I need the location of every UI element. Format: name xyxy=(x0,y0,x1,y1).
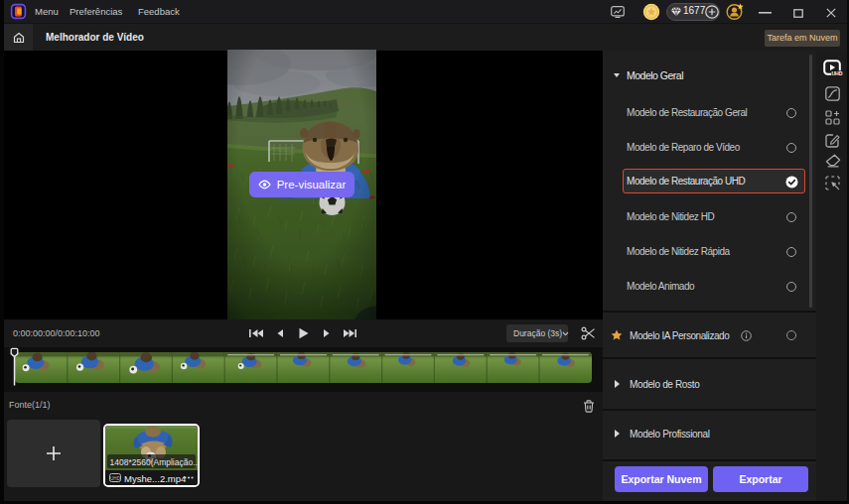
svg-text:1408*2560(Ampliação...: 1408*2560(Ampliação... xyxy=(110,457,199,467)
svg-text:UHD: UHD xyxy=(110,476,121,481)
svg-text:UHD: UHD xyxy=(831,70,842,76)
